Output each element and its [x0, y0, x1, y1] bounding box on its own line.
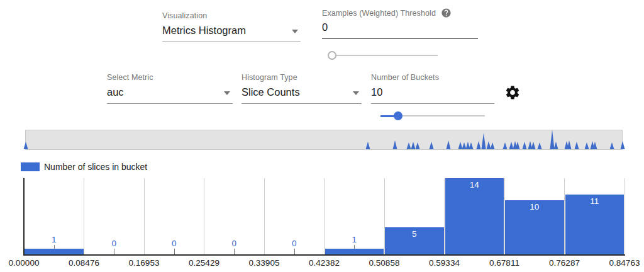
threshold-field[interactable]: Examples (Weighted) Threshold 0	[322, 8, 478, 39]
y-axis	[23, 178, 25, 256]
bar-value-label: 1	[42, 235, 67, 244]
metric-label: Select Metric	[107, 73, 233, 82]
x-axis-tick-label: 0.25429	[182, 258, 226, 268]
visualization-value: Metrics Histogram	[162, 25, 246, 36]
metric-value: auc	[107, 86, 124, 98]
gridline	[204, 178, 204, 255]
bar-value-label: 1	[341, 235, 367, 244]
chevron-down-icon[interactable]	[224, 91, 230, 95]
bar-value-label: 11	[582, 196, 607, 206]
bar-label-tick	[234, 249, 235, 254]
settings-gear-icon[interactable]	[504, 84, 521, 101]
visualization-select[interactable]: Visualization Metrics Histogram	[162, 11, 301, 42]
bar-label-tick	[54, 245, 55, 249]
bar-value-label: 0	[162, 239, 187, 248]
histogram-bar[interactable]	[445, 178, 504, 254]
histogram-type-value: Slice Counts	[242, 86, 300, 98]
gridline	[625, 178, 625, 255]
x-axis-tick-label: 0.33905	[242, 258, 286, 268]
histogram-type-select[interactable]: Histogram Type Slice Counts	[242, 73, 362, 104]
x-axis-tick-label: 0.59334	[423, 258, 467, 268]
bar-value-label: 0	[282, 239, 307, 248]
num-buckets-input[interactable]: 10	[371, 86, 382, 98]
bar-value-label: 10	[522, 202, 547, 212]
slice-overview-strip[interactable]	[25, 130, 623, 150]
slice-overview-spikes	[26, 129, 622, 149]
legend-label: Number of slices in bucket	[44, 162, 147, 172]
bar-label-tick	[294, 249, 295, 254]
x-axis-tick-label: 0.00000	[2, 258, 46, 268]
metric-select[interactable]: Select Metric auc	[107, 73, 233, 104]
bar-value-label: 5	[402, 229, 427, 239]
histogram-bar[interactable]	[325, 249, 384, 254]
threshold-input[interactable]: 0	[322, 21, 328, 33]
chevron-down-icon[interactable]	[353, 91, 359, 95]
x-axis	[23, 254, 625, 256]
x-axis-tick-label: 0.42382	[303, 258, 347, 268]
x-axis-tick-label: 0.76287	[543, 258, 587, 268]
bar-value-label: 0	[221, 239, 247, 248]
bar-label-tick	[114, 249, 114, 254]
bar-value-label: 0	[101, 239, 126, 248]
histogram-type-label: Histogram Type	[242, 73, 362, 82]
num-buckets-label: Number of Buckets	[371, 73, 494, 82]
threshold-slider[interactable]	[328, 50, 438, 60]
x-axis-tick-label: 0.67811	[482, 258, 526, 268]
num-buckets-field[interactable]: Number of Buckets 10	[371, 73, 494, 104]
chart-legend: Number of slices in bucket	[21, 162, 147, 172]
gridline	[84, 178, 84, 255]
threshold-slider-thumb[interactable]	[328, 51, 336, 60]
gridline	[144, 178, 145, 255]
bar-label-tick	[174, 249, 175, 254]
histogram-bar[interactable]	[25, 249, 84, 254]
x-axis-tick-label: 0.08476	[62, 258, 106, 268]
x-axis-tick-label: 0.16953	[122, 258, 166, 268]
chevron-down-icon[interactable]	[292, 30, 298, 33]
num-buckets-slider-thumb[interactable]	[394, 111, 402, 120]
legend-color-swatch	[21, 162, 40, 171]
gridline	[264, 178, 265, 255]
x-axis-tick-label: 0.84763	[602, 258, 644, 268]
bar-value-label: 14	[462, 180, 487, 190]
num-buckets-slider[interactable]	[380, 111, 485, 121]
help-icon[interactable]	[441, 8, 452, 18]
gridline	[324, 178, 325, 255]
bar-label-tick	[354, 245, 355, 249]
visualization-label: Visualization	[162, 11, 301, 20]
threshold-label: Examples (Weighted) Threshold	[322, 9, 436, 18]
metrics-histogram-chart[interactable]: 1000015141011	[24, 178, 625, 256]
x-axis-tick-label: 0.50858	[362, 258, 406, 268]
